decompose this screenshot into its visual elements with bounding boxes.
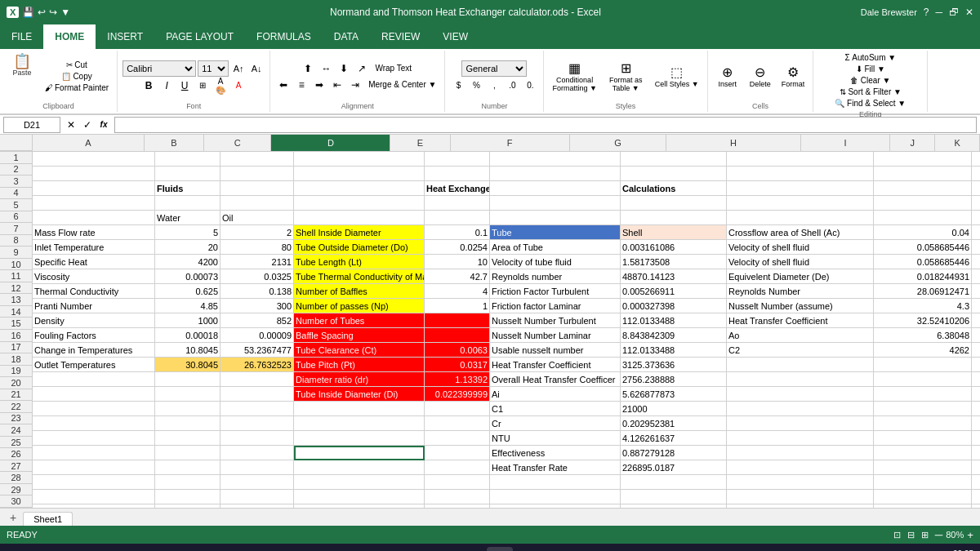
sort-filter-button[interactable]: ⇅ Sort & Filter ▼ — [836, 87, 905, 97]
cell-A13[interactable]: Fouling Factors — [33, 328, 155, 343]
row-header-7[interactable]: 7 — [0, 223, 32, 235]
cell-H5[interactable] — [727, 211, 874, 225]
cell-F24[interactable] — [490, 490, 621, 504]
cell-G9[interactable]: 48870.14123 — [621, 269, 727, 284]
row-header-23[interactable]: 23 — [0, 413, 32, 425]
row-header-1[interactable]: 1 — [0, 152, 32, 164]
cell-I19[interactable] — [874, 416, 972, 431]
cell-G4[interactable] — [621, 196, 727, 211]
tab-page-layout[interactable]: PAGE LAYOUT — [154, 24, 245, 49]
cell-F19[interactable]: Cr — [490, 416, 621, 431]
cell-H19[interactable] — [727, 416, 874, 431]
cell-A7[interactable]: Inlet Temperature — [33, 240, 155, 255]
cell-A22[interactable] — [33, 460, 155, 475]
row-header-18[interactable]: 18 — [0, 353, 32, 366]
cell-C6[interactable]: 2 — [220, 225, 294, 240]
cell-C12[interactable]: 852 — [220, 313, 294, 328]
cell-H7[interactable]: Velocity of shell fluid — [727, 240, 874, 255]
cell-I11[interactable]: 4.3 — [874, 299, 972, 313]
cell-A19[interactable] — [33, 416, 155, 431]
cell-H2[interactable] — [727, 167, 874, 181]
border-button[interactable]: ⊞ — [194, 78, 211, 93]
cell-C1[interactable] — [220, 152, 294, 167]
cell-E1[interactable] — [425, 152, 490, 167]
font-name-select[interactable]: Calibri — [122, 60, 196, 77]
decrease-font-button[interactable]: A↓ — [248, 61, 265, 76]
cell-E14[interactable]: 0.0063 — [425, 343, 490, 358]
cell-B6[interactable]: 5 — [155, 225, 220, 240]
cell-E22[interactable] — [425, 460, 490, 475]
cell-G12[interactable]: 112.0133488 — [621, 313, 727, 328]
cell-A16[interactable] — [33, 372, 155, 387]
cell-B24[interactable] — [155, 490, 220, 504]
cell-C16[interactable] — [220, 372, 294, 387]
cell-C13[interactable]: 0.00009 — [220, 328, 294, 343]
cell-I2[interactable] — [874, 167, 972, 181]
align-top-button[interactable]: ⬆ — [300, 61, 316, 76]
cell-F16[interactable]: Overall Heat Transfer Coefficer — [490, 372, 621, 387]
row-header-17[interactable]: 17 — [0, 342, 32, 354]
cell-H21[interactable] — [727, 446, 874, 460]
cell-B13[interactable]: 0.00018 — [155, 328, 220, 343]
cell-G18[interactable]: 21000 — [621, 402, 727, 416]
amazon-button[interactable]: a — [421, 547, 448, 551]
row-header-11[interactable]: 11 — [0, 270, 32, 282]
cell-D7[interactable]: Tube Outside Diameter (Do) — [294, 240, 425, 255]
clear-button[interactable]: 🗑 Clear ▼ — [847, 75, 893, 86]
format-button[interactable]: ⚙ Format — [778, 63, 808, 90]
cell-B22[interactable] — [155, 460, 220, 475]
cell-G23[interactable] — [621, 475, 727, 490]
cell-J20[interactable] — [972, 431, 980, 446]
cell-J13[interactable] — [972, 328, 980, 343]
cell-D10[interactable]: Number of Baffles — [294, 284, 425, 299]
format-as-table-button[interactable]: ⊞ Format asTable ▼ — [604, 59, 648, 94]
cell-J10[interactable] — [972, 284, 980, 299]
cell-I17[interactable] — [874, 387, 972, 402]
row-header-10[interactable]: 10 — [0, 259, 32, 271]
cell-D13[interactable]: Baffle Spacing — [294, 328, 425, 343]
cell-A11[interactable]: Pranti Number — [33, 299, 155, 313]
help-icon[interactable]: ? — [924, 7, 929, 18]
cell-D24[interactable] — [294, 490, 425, 504]
cell-J11[interactable] — [972, 299, 980, 313]
cell-A5[interactable] — [33, 211, 155, 225]
cell-H14[interactable]: C2 — [727, 343, 874, 358]
bold-button[interactable]: B — [140, 78, 157, 93]
cell-I18[interactable] — [874, 402, 972, 416]
cell-J15[interactable] — [972, 358, 980, 372]
cell-C2[interactable] — [220, 167, 294, 181]
cell-H9[interactable]: Equivelent Diameter (De) — [727, 269, 874, 284]
conditional-formatting-button[interactable]: ▦ ConditionalFormatting ▼ — [549, 59, 599, 94]
cell-A24[interactable] — [33, 490, 155, 504]
cell-A1[interactable] — [33, 152, 155, 167]
cell-B17[interactable] — [155, 387, 220, 402]
col-header-g[interactable]: G — [570, 135, 667, 151]
cancel-formula-button[interactable]: ✕ — [64, 118, 78, 132]
cell-J17[interactable] — [972, 387, 980, 402]
cell-I13[interactable]: 6.38048 — [874, 328, 972, 343]
cell-I23[interactable] — [874, 475, 972, 490]
row-header-27[interactable]: 27 — [0, 460, 32, 473]
col-header-j[interactable]: J — [890, 135, 935, 151]
cell-I16[interactable] — [874, 372, 972, 387]
cell-A21[interactable] — [33, 446, 155, 460]
cell-F13[interactable]: Nusselt Number Laminar — [490, 328, 621, 343]
cell-G6[interactable]: Shell — [621, 225, 727, 240]
col-header-k[interactable]: K — [935, 135, 980, 151]
cell-G15[interactable]: 3125.373636 — [621, 358, 727, 372]
row-header-21[interactable]: 21 — [0, 389, 32, 402]
cell-F10[interactable]: Friction Factor Turbulent — [490, 284, 621, 299]
cell-D21[interactable] — [294, 446, 425, 460]
cell-A8[interactable]: Specific Heat — [33, 255, 155, 269]
percent-button[interactable]: % — [468, 78, 484, 93]
cell-B23[interactable] — [155, 475, 220, 490]
cell-E19[interactable] — [425, 416, 490, 431]
cell-J22[interactable] — [972, 460, 980, 475]
cell-G17[interactable]: 5.626877873 — [621, 387, 727, 402]
cell-C8[interactable]: 2131 — [220, 255, 294, 269]
row-header-25[interactable]: 25 — [0, 437, 32, 449]
decrease-decimal-button[interactable]: 0. — [522, 78, 538, 93]
font-color-button[interactable]: A — [230, 78, 247, 93]
cell-F22[interactable]: Heat Transfer Rate — [490, 460, 621, 475]
tab-formulas[interactable]: FORMULAS — [245, 24, 323, 49]
